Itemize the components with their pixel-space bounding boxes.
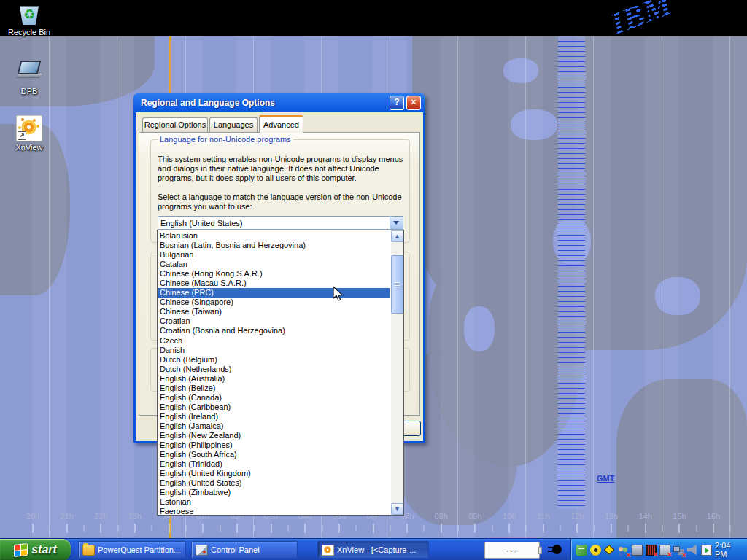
- language-list-rows: BelarusianBosnian (Latin, Bosnia and Her…: [158, 231, 390, 515]
- hour-tick: [151, 525, 152, 532]
- hour-tick: [202, 524, 204, 533]
- list-item[interactable]: Chinese (Macau S.A.R.): [158, 279, 390, 288]
- combobox-dropdown-icon[interactable]: [390, 217, 403, 229]
- list-item[interactable]: Bulgarian: [158, 250, 390, 260]
- list-item[interactable]: English (Belize): [158, 384, 390, 393]
- folder-icon: [82, 545, 95, 556]
- hour-label: 15h: [667, 512, 692, 521]
- phone-dialer-tray-icon[interactable]: [590, 545, 601, 556]
- battery-meter-deskband[interactable]: ---: [484, 542, 540, 559]
- list-item[interactable]: Croatian (Bosnia and Herzegovina): [158, 326, 390, 335]
- list-item[interactable]: English (Zimbabwe): [158, 488, 390, 497]
- list-item[interactable]: Chinese (PRC): [158, 288, 390, 298]
- hour-tick: [287, 525, 289, 532]
- list-item[interactable]: Faeroese: [158, 507, 390, 515]
- hour-tick: [662, 525, 663, 532]
- desktop-icon-xnview[interactable]: ↗ XnView: [6, 115, 53, 152]
- power-plug-icon: [547, 542, 563, 557]
- hour-label: 22h: [88, 512, 113, 521]
- list-item[interactable]: English (Caribbean): [158, 402, 390, 412]
- hour-tick: [117, 525, 119, 532]
- list-item[interactable]: Catalan: [158, 260, 390, 269]
- gmt-label: GMT: [597, 474, 614, 483]
- language-combobox[interactable]: English (United States): [158, 216, 403, 230]
- dialog-titlebar[interactable]: Regional and Language Options ? ×: [136, 93, 423, 112]
- list-item[interactable]: Estonian: [158, 497, 390, 507]
- hour-label: 13h: [599, 512, 624, 521]
- tab-regional-options[interactable]: Regional Options: [142, 117, 208, 132]
- list-item[interactable]: English (Ireland): [158, 412, 390, 421]
- hour-tick: [645, 524, 646, 533]
- display-settings-tray-icon[interactable]: [701, 545, 712, 556]
- list-item[interactable]: English (Canada): [158, 393, 390, 402]
- hour-tick: [236, 524, 238, 533]
- task-button[interactable]: Control Panel: [191, 541, 298, 559]
- list-item[interactable]: Czech: [158, 336, 390, 346]
- list-item[interactable]: Danish: [158, 346, 390, 355]
- list-item[interactable]: Chinese (Singapore): [158, 298, 390, 307]
- list-item[interactable]: Bosnian (Latin, Bosnia and Herzegovina): [158, 241, 390, 250]
- desktop-icon-dpb[interactable]: DPB: [6, 58, 53, 96]
- hour-tick: [66, 524, 68, 533]
- start-label: start: [31, 543, 57, 556]
- list-scrollbar[interactable]: ▲ ▼: [391, 230, 403, 515]
- close-button[interactable]: ×: [406, 96, 421, 110]
- groupbox-title: Language for non-Unicode programs: [158, 135, 293, 144]
- list-item[interactable]: English (South Africa): [158, 450, 390, 459]
- hour-tick: [322, 525, 323, 532]
- list-item[interactable]: English (United States): [158, 478, 390, 488]
- tray-icon-area: [576, 545, 715, 556]
- list-item[interactable]: English (Philippines): [158, 440, 390, 450]
- tray-clock[interactable]: 2:04 PM: [715, 541, 747, 559]
- current-timezone-hatch-band: [558, 36, 585, 509]
- hour-tick: [560, 525, 561, 532]
- hour-tick: [338, 524, 340, 533]
- hour-tick: [253, 525, 255, 532]
- hour-tick: [729, 525, 731, 532]
- scrollbar-thumb[interactable]: [391, 255, 403, 314]
- start-button[interactable]: start: [0, 539, 71, 560]
- task-button[interactable]: XnView - [<Capture-...: [317, 541, 429, 559]
- scroll-down-icon[interactable]: ▼: [391, 503, 403, 515]
- task-button[interactable]: PowerQuest Partition...: [78, 541, 186, 559]
- desktop-icon-recycle-bin[interactable]: ♻ Recycle Bin: [6, 1, 53, 36]
- recycle-bin-icon: ♻: [17, 1, 42, 26]
- list-item[interactable]: English (United Kingdom): [158, 469, 390, 478]
- shortcut-arrow-icon: ↗: [18, 131, 26, 140]
- help-button[interactable]: ?: [390, 96, 404, 110]
- volume-tray-icon[interactable]: [687, 545, 698, 556]
- hour-tick: [220, 525, 221, 532]
- hour-tick: [169, 524, 170, 533]
- hour-label: 08h: [429, 512, 454, 521]
- list-item[interactable]: Dutch (Netherlands): [158, 365, 390, 374]
- tab-languages[interactable]: Languages: [209, 117, 258, 132]
- hour-label: 09h: [462, 512, 487, 521]
- list-item[interactable]: English (Australia): [158, 374, 390, 384]
- list-item[interactable]: Chinese (Hong Kong S.A.R.): [158, 269, 390, 279]
- tab-advanced[interactable]: Advanced: [259, 115, 303, 133]
- hour-label: 12h: [565, 512, 589, 521]
- hour-tick: [543, 524, 544, 533]
- network-disconnected-tray-icon[interactable]: [673, 545, 684, 556]
- list-item[interactable]: English (Jamaica): [158, 421, 390, 431]
- scroll-up-icon[interactable]: ▲: [391, 230, 403, 242]
- audio-mixer-muted-tray-icon[interactable]: [646, 545, 657, 556]
- list-item[interactable]: Chinese (Taiwan): [158, 307, 390, 316]
- display-disconnected-tray-icon[interactable]: [659, 545, 670, 556]
- hour-tick: [49, 525, 50, 532]
- hour-tick: [457, 525, 459, 532]
- hour-tick: [576, 524, 578, 533]
- desktop-icon-label: XnView: [6, 143, 53, 152]
- list-item[interactable]: Belarusian: [158, 231, 390, 241]
- graphics-utility-tray-icon[interactable]: [604, 545, 615, 556]
- local-network-tray-icon[interactable]: [632, 545, 643, 556]
- system-tray: 2:04 PM: [571, 539, 747, 560]
- list-item[interactable]: English (Trinidad): [158, 459, 390, 469]
- list-item[interactable]: Croatian: [158, 316, 390, 326]
- hour-tick: [423, 525, 425, 532]
- task-label: XnView - [<Capture-...: [337, 545, 416, 554]
- offline-contacts-tray-icon[interactable]: [618, 545, 629, 556]
- list-item[interactable]: English (New Zealand): [158, 431, 390, 440]
- removable-storage-tray-icon[interactable]: [576, 545, 587, 556]
- list-item[interactable]: Dutch (Belgium): [158, 355, 390, 365]
